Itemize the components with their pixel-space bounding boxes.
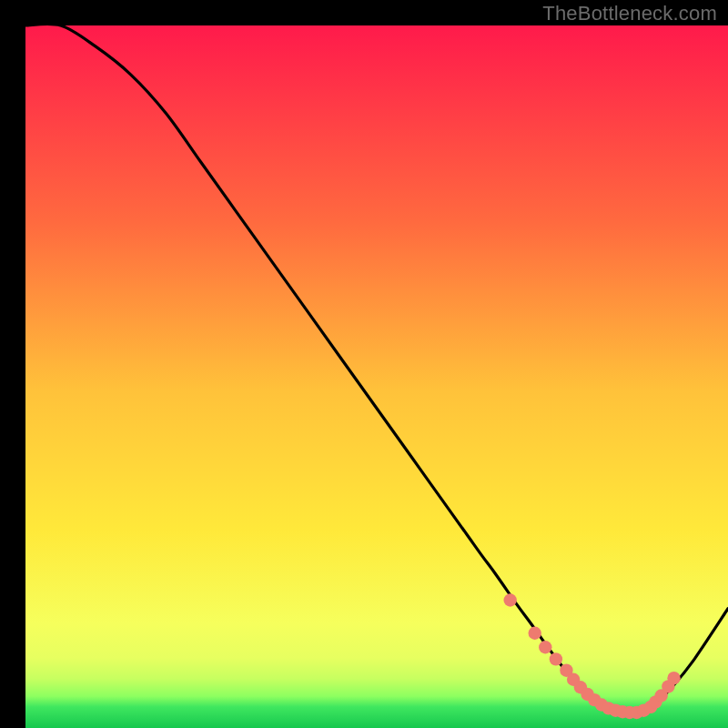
data-point — [667, 672, 680, 684]
data-point — [550, 652, 562, 665]
bottleneck-chart — [25, 25, 728, 728]
gradient-background — [25, 25, 728, 728]
data-point — [529, 627, 541, 640]
data-point — [539, 641, 551, 653]
data-point — [503, 593, 516, 606]
plot-frame — [13, 13, 715, 715]
watermark-text: TheBottleneck.com — [542, 2, 717, 25]
